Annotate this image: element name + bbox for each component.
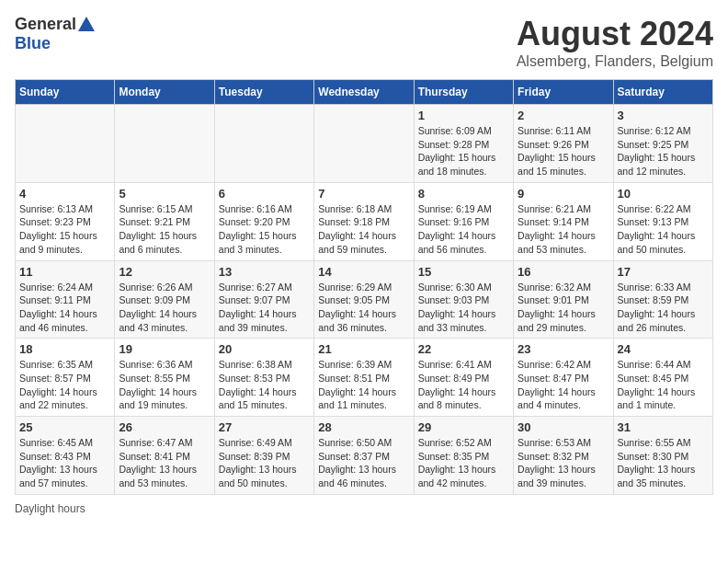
day-info: Sunrise: 6:53 AM Sunset: 8:32 PM Dayligh…	[518, 436, 609, 490]
day-number: 20	[219, 342, 310, 356]
day-number: 26	[119, 420, 210, 434]
day-cell: 20Sunrise: 6:38 AM Sunset: 8:53 PM Dayli…	[214, 339, 313, 417]
day-info: Sunrise: 6:12 AM Sunset: 9:25 PM Dayligh…	[618, 124, 709, 178]
daylight-label: Daylight hours	[15, 502, 85, 515]
day-info: Sunrise: 6:35 AM Sunset: 8:57 PM Dayligh…	[19, 358, 110, 412]
day-info: Sunrise: 6:50 AM Sunset: 8:37 PM Dayligh…	[318, 436, 409, 490]
day-number: 11	[19, 265, 110, 279]
day-number: 1	[418, 109, 509, 122]
day-number: 10	[618, 187, 709, 201]
day-cell: 19Sunrise: 6:36 AM Sunset: 8:55 PM Dayli…	[115, 339, 214, 417]
day-cell: 25Sunrise: 6:45 AM Sunset: 8:43 PM Dayli…	[16, 417, 115, 495]
day-cell: 8Sunrise: 6:19 AM Sunset: 9:16 PM Daylig…	[414, 182, 513, 260]
page-header: General Blue August 2024 Alsemberg, Flan…	[15, 15, 713, 70]
day-number: 25	[19, 420, 110, 434]
subtitle: Alsemberg, Flanders, Belgium	[517, 53, 713, 70]
day-cell: 7Sunrise: 6:18 AM Sunset: 9:18 PM Daylig…	[314, 182, 414, 260]
day-info: Sunrise: 6:19 AM Sunset: 9:16 PM Dayligh…	[418, 202, 509, 257]
day-info: Sunrise: 6:39 AM Sunset: 8:51 PM Dayligh…	[318, 358, 409, 412]
day-info: Sunrise: 6:24 AM Sunset: 9:11 PM Dayligh…	[19, 281, 110, 335]
day-cell: 27Sunrise: 6:49 AM Sunset: 8:39 PM Dayli…	[214, 417, 313, 495]
day-number: 31	[618, 420, 709, 434]
calendar-table: SundayMondayTuesdayWednesdayThursdayFrid…	[15, 79, 713, 495]
day-number: 3	[618, 109, 709, 122]
day-cell	[115, 105, 214, 183]
day-header-thursday: Thursday	[414, 80, 513, 105]
day-number: 7	[318, 187, 409, 201]
day-number: 8	[418, 187, 509, 201]
day-info: Sunrise: 6:16 AM Sunset: 9:20 PM Dayligh…	[219, 202, 310, 257]
day-info: Sunrise: 6:52 AM Sunset: 8:35 PM Dayligh…	[418, 436, 509, 490]
day-number: 17	[618, 265, 709, 279]
day-header-wednesday: Wednesday	[314, 80, 414, 105]
day-cell: 10Sunrise: 6:22 AM Sunset: 9:13 PM Dayli…	[613, 182, 712, 260]
day-info: Sunrise: 6:45 AM Sunset: 8:43 PM Dayligh…	[19, 436, 110, 490]
day-cell: 1Sunrise: 6:09 AM Sunset: 9:28 PM Daylig…	[414, 105, 513, 183]
day-info: Sunrise: 6:21 AM Sunset: 9:14 PM Dayligh…	[518, 202, 609, 257]
day-number: 29	[418, 420, 509, 434]
day-cell: 5Sunrise: 6:15 AM Sunset: 9:21 PM Daylig…	[115, 182, 214, 260]
day-info: Sunrise: 6:29 AM Sunset: 9:05 PM Dayligh…	[318, 281, 409, 335]
header-row: SundayMondayTuesdayWednesdayThursdayFrid…	[16, 80, 713, 105]
day-number: 5	[119, 187, 210, 201]
week-row-3: 11Sunrise: 6:24 AM Sunset: 9:11 PM Dayli…	[16, 260, 713, 339]
day-info: Sunrise: 6:27 AM Sunset: 9:07 PM Dayligh…	[219, 281, 310, 335]
day-info: Sunrise: 6:49 AM Sunset: 8:39 PM Dayligh…	[219, 436, 310, 490]
day-cell: 12Sunrise: 6:26 AM Sunset: 9:09 PM Dayli…	[115, 260, 214, 339]
day-cell	[16, 105, 115, 183]
footer: Daylight hours	[15, 502, 713, 515]
day-number: 18	[19, 342, 110, 356]
day-info: Sunrise: 6:15 AM Sunset: 9:21 PM Dayligh…	[119, 202, 210, 257]
day-cell: 26Sunrise: 6:47 AM Sunset: 8:41 PM Dayli…	[115, 417, 214, 495]
day-cell: 23Sunrise: 6:42 AM Sunset: 8:47 PM Dayli…	[514, 339, 613, 417]
week-row-4: 18Sunrise: 6:35 AM Sunset: 8:57 PM Dayli…	[16, 339, 713, 417]
day-number: 27	[219, 420, 310, 434]
day-cell: 18Sunrise: 6:35 AM Sunset: 8:57 PM Dayli…	[16, 339, 115, 417]
day-header-friday: Friday	[514, 80, 613, 105]
day-number: 28	[318, 420, 409, 434]
day-info: Sunrise: 6:55 AM Sunset: 8:30 PM Dayligh…	[618, 436, 709, 490]
day-number: 24	[618, 342, 709, 356]
day-info: Sunrise: 6:32 AM Sunset: 9:01 PM Dayligh…	[518, 281, 609, 335]
day-number: 12	[119, 265, 210, 279]
day-cell: 13Sunrise: 6:27 AM Sunset: 9:07 PM Dayli…	[214, 260, 313, 339]
day-info: Sunrise: 6:33 AM Sunset: 8:59 PM Dayligh…	[618, 281, 709, 335]
day-number: 21	[318, 342, 409, 356]
day-info: Sunrise: 6:30 AM Sunset: 9:03 PM Dayligh…	[418, 281, 509, 335]
day-number: 22	[418, 342, 509, 356]
day-info: Sunrise: 6:36 AM Sunset: 8:55 PM Dayligh…	[119, 358, 210, 412]
day-cell: 3Sunrise: 6:12 AM Sunset: 9:25 PM Daylig…	[613, 105, 712, 183]
day-info: Sunrise: 6:38 AM Sunset: 8:53 PM Dayligh…	[219, 358, 310, 412]
main-title: August 2024	[517, 15, 713, 53]
day-info: Sunrise: 6:22 AM Sunset: 9:13 PM Dayligh…	[618, 202, 709, 257]
day-cell: 28Sunrise: 6:50 AM Sunset: 8:37 PM Dayli…	[314, 417, 414, 495]
day-cell: 2Sunrise: 6:11 AM Sunset: 9:26 PM Daylig…	[514, 105, 613, 183]
day-info: Sunrise: 6:26 AM Sunset: 9:09 PM Dayligh…	[119, 281, 210, 335]
day-cell: 9Sunrise: 6:21 AM Sunset: 9:14 PM Daylig…	[514, 182, 613, 260]
day-info: Sunrise: 6:41 AM Sunset: 8:49 PM Dayligh…	[418, 358, 509, 412]
logo-general-text: General	[15, 16, 76, 34]
day-cell: 29Sunrise: 6:52 AM Sunset: 8:35 PM Dayli…	[414, 417, 513, 495]
logo-blue-text: Blue	[15, 35, 51, 53]
day-cell	[314, 105, 414, 183]
day-cell: 21Sunrise: 6:39 AM Sunset: 8:51 PM Dayli…	[314, 339, 414, 417]
day-info: Sunrise: 6:09 AM Sunset: 9:28 PM Dayligh…	[418, 124, 509, 178]
day-cell: 11Sunrise: 6:24 AM Sunset: 9:11 PM Dayli…	[16, 260, 115, 339]
day-cell: 31Sunrise: 6:55 AM Sunset: 8:30 PM Dayli…	[613, 417, 712, 495]
day-cell: 4Sunrise: 6:13 AM Sunset: 9:23 PM Daylig…	[16, 182, 115, 260]
day-info: Sunrise: 6:44 AM Sunset: 8:45 PM Dayligh…	[618, 358, 709, 412]
day-number: 19	[119, 342, 210, 356]
day-cell: 17Sunrise: 6:33 AM Sunset: 8:59 PM Dayli…	[613, 260, 712, 339]
day-cell: 24Sunrise: 6:44 AM Sunset: 8:45 PM Dayli…	[613, 339, 712, 417]
day-number: 15	[418, 265, 509, 279]
day-number: 9	[518, 187, 609, 201]
day-info: Sunrise: 6:18 AM Sunset: 9:18 PM Dayligh…	[318, 202, 409, 257]
day-info: Sunrise: 6:11 AM Sunset: 9:26 PM Dayligh…	[518, 124, 609, 178]
day-number: 4	[19, 187, 110, 201]
day-cell: 22Sunrise: 6:41 AM Sunset: 8:49 PM Dayli…	[414, 339, 513, 417]
day-number: 16	[518, 265, 609, 279]
day-info: Sunrise: 6:42 AM Sunset: 8:47 PM Dayligh…	[518, 358, 609, 412]
week-row-2: 4Sunrise: 6:13 AM Sunset: 9:23 PM Daylig…	[16, 182, 713, 260]
day-cell: 15Sunrise: 6:30 AM Sunset: 9:03 PM Dayli…	[414, 260, 513, 339]
day-number: 14	[318, 265, 409, 279]
